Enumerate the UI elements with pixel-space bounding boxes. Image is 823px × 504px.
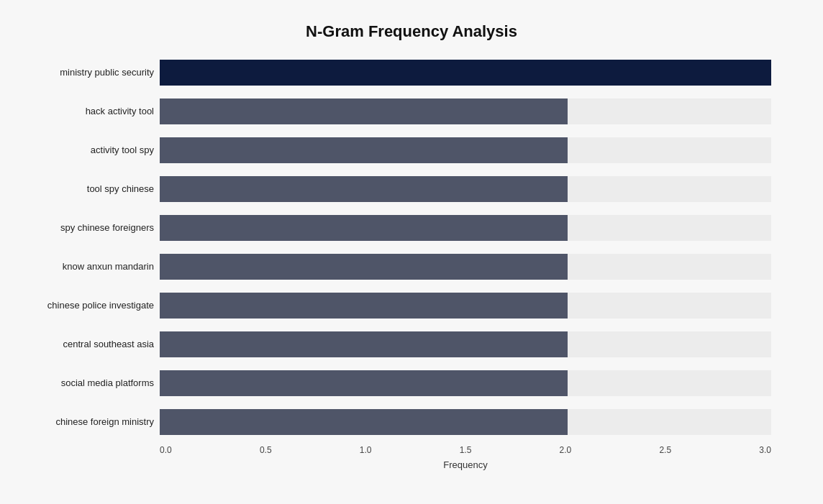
bar-fill [160,176,568,202]
chart-container: N-Gram Frequency Analysis ministry publi… [16,8,807,497]
bar-fill [160,60,771,86]
bar-bg [160,176,771,202]
bar-fill [160,215,568,241]
x-axis-labels: 0.00.51.01.52.02.53.0 [160,445,771,455]
bar-row: know anxun mandarin [160,248,771,285]
bar-label: chinese foreign ministry [28,416,154,427]
bar-label: ministry public security [28,67,154,78]
bar-bg [160,293,771,319]
bar-fill [160,98,568,124]
bar-bg [160,331,771,357]
bar-fill [160,293,568,319]
bar-bg [160,215,771,241]
bar-fill [160,137,568,163]
bar-row: social media platforms [160,365,771,402]
bar-bg [160,409,771,435]
bar-fill [160,370,568,396]
bar-fill [160,254,568,280]
bar-row: tool spy chinese [160,170,771,208]
bar-label: social media platforms [28,377,154,388]
bar-label: know anxun mandarin [28,261,154,272]
bar-row: activity tool spy [160,132,771,169]
bar-bg [160,137,771,163]
x-axis-tick-label: 1.0 [360,445,372,455]
bar-bg [160,98,771,124]
bar-fill [160,409,568,435]
bar-label: activity tool spy [28,145,154,155]
x-axis-tick-label: 1.5 [460,445,472,455]
chart-inner: ministry public securityhack activity to… [30,54,793,470]
bar-fill [160,331,568,357]
x-axis-tick-label: 2.0 [560,445,572,455]
bar-label: chinese police investigate [28,300,154,311]
bar-row: spy chinese foreigners [160,209,771,247]
x-axis-tick-label: 3.0 [759,445,771,455]
bar-bg [160,60,771,86]
bar-row: ministry public security [160,54,771,91]
x-axis-tick-label: 0.5 [260,445,272,455]
bar-label: central southeast asia [28,339,154,349]
chart-title: N-Gram Frequency Analysis [30,22,793,41]
bar-label: spy chinese foreigners [28,222,154,233]
bar-bg [160,254,771,280]
bar-bg [160,370,771,396]
x-axis-tick-label: 2.5 [659,445,671,455]
bar-label: hack activity tool [28,106,154,116]
bar-row: chinese foreign ministry [160,403,771,441]
chart-area: ministry public securityhack activity to… [160,54,771,442]
bar-row: central southeast asia [160,326,771,363]
x-axis-tick-label: 0.0 [160,445,172,455]
bar-row: hack activity tool [160,93,771,130]
bar-row: chinese police investigate [160,287,771,324]
x-axis-title: Frequency [160,459,771,470]
bar-label: tool spy chinese [28,183,154,194]
